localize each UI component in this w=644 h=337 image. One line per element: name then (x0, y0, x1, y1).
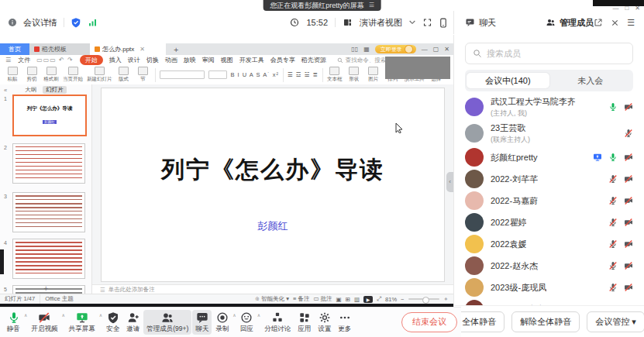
fullscreen-icon[interactable] (422, 18, 432, 27)
paragraph-buttons[interactable]: ☰ ☲ ☱ ≣ (288, 71, 319, 78)
wps-menu-切换[interactable]: 切换 (146, 56, 159, 64)
toolbar-record-button[interactable]: 录制 (212, 310, 232, 335)
beautify-button[interactable]: ⊙ 智能美化 ▾ (255, 295, 289, 303)
notes-button[interactable]: ≡ 备注 (293, 295, 309, 303)
mic-muted-icon[interactable] (608, 196, 618, 205)
close-panel-icon[interactable] (611, 19, 619, 27)
popout-icon[interactable] (594, 18, 603, 27)
meeting-details-link[interactable]: 会议详情 (23, 17, 57, 29)
tab-chat[interactable]: 聊天 (465, 17, 496, 29)
ribbon-group-形状[interactable]: 形状 (346, 67, 362, 83)
meeting-control-button[interactable]: 会议管控 ▾ (587, 311, 644, 332)
view-sorter-icon[interactable]: ⊞ (346, 296, 350, 303)
ribbon-group-图片[interactable]: 图片 (366, 67, 381, 83)
zoom-out-button[interactable]: − (401, 296, 404, 303)
comments-button[interactable]: ▭ 批注 (313, 295, 332, 303)
font-name-box[interactable] (160, 70, 205, 79)
cam-off-icon[interactable] (624, 153, 633, 162)
slide-thumbnail-3[interactable] (12, 192, 85, 232)
wps-menu-放映[interactable]: 放映 (184, 56, 196, 64)
security-shield-icon[interactable] (71, 17, 81, 28)
phone-mode-icon[interactable] (439, 18, 447, 28)
member-row[interactable]: 彭颜红pretty (454, 146, 644, 168)
end-meeting-button[interactable]: 结束会议 (401, 312, 457, 332)
toolbar-more-button[interactable]: 更多 (335, 310, 354, 335)
unmute-all-button[interactable]: 解除全体静音 (511, 311, 580, 332)
ribbon-group-文本框[interactable]: 文本框 (327, 67, 343, 83)
wps-tab-home[interactable]: 首页 (0, 43, 29, 55)
toolbar-screen-share-green-button[interactable]: 共享屏幕 (66, 310, 98, 335)
slide-thumbnail-4[interactable] (12, 239, 85, 279)
current-slide[interactable]: 列宁《怎么办》导读 彭颜红 (101, 88, 445, 282)
tab-close-icon[interactable]: ✕ (139, 46, 145, 53)
network-signal-icon[interactable] (88, 18, 98, 27)
mic-muted-icon[interactable] (608, 218, 618, 227)
member-row[interactable]: 2022-赵永杰 (454, 255, 644, 277)
wps-menu-开发工具[interactable]: 开发工具 (239, 56, 264, 64)
fit-icon[interactable]: ⤢ (377, 295, 381, 303)
wps-menu-视图[interactable]: 视图 (221, 56, 233, 64)
toolbar-members-button[interactable]: 管理成员(99+) (143, 310, 191, 335)
toolbar-invite-button[interactable]: 邀请 (123, 310, 143, 335)
wps-menu-插入[interactable]: 插入 (109, 56, 122, 64)
wps-close-button[interactable]: ✕ (444, 46, 449, 53)
caret-up-icon[interactable]: ∧ (61, 312, 64, 318)
mic-muted-icon[interactable] (608, 174, 618, 184)
font-size-box[interactable] (208, 70, 227, 79)
toolbar-shield-button[interactable]: 安全 (103, 310, 122, 335)
toolbar-apps-button[interactable]: 应用 (294, 310, 314, 335)
wps-file-menu[interactable]: 文件 (18, 56, 30, 64)
outline-tab[interactable]: 大纲 (25, 86, 36, 94)
member-row[interactable]: 2023级-庞现凤 (454, 277, 644, 298)
quick-access-icons[interactable]: ▭▭▭ ↶ ↷ (36, 57, 74, 64)
toolbar-breakout-button[interactable]: 分组讨论 (261, 310, 294, 335)
member-row[interactable]: 2022-马嘉蔚 (454, 190, 644, 211)
ribbon-group-粘贴[interactable]: 粘贴 (5, 67, 20, 83)
cam-off-icon[interactable] (624, 174, 633, 184)
member-search-input[interactable]: 搜索成员 (465, 43, 633, 64)
cam-off-icon[interactable] (624, 239, 633, 249)
caret-up-icon[interactable]: ∧ (257, 312, 260, 318)
ribbon-group-当页开始[interactable]: 当页开始 (63, 67, 83, 83)
zoom-slider-handle[interactable] (422, 297, 429, 304)
layout-view-icon[interactable] (343, 18, 353, 27)
wps-login-button[interactable]: 立即登录 (375, 45, 416, 53)
wps-maximize-button[interactable]: ▢ (433, 46, 439, 53)
slides-tab[interactable]: 幻灯片 (43, 86, 67, 94)
mic-muted-icon[interactable] (624, 129, 633, 138)
tab-manage-members[interactable]: 管理成员 (546, 17, 594, 29)
ribbon-group-剪切[interactable]: 剪切 (24, 67, 40, 83)
split-view-icon[interactable]: ▯▯ (351, 46, 358, 53)
caret-up-icon[interactable]: ∧ (24, 312, 27, 318)
wps-tab-docer[interactable]: 稻壳模板 (29, 43, 90, 55)
ribbon-group-新建幻灯片[interactable]: 新建幻灯片 (87, 67, 112, 83)
member-row[interactable]: 2022袁媛 (454, 233, 644, 255)
caret-up-icon[interactable]: ∧ (232, 312, 236, 318)
toolbar-camera-off-button[interactable]: 开启视频 (28, 310, 60, 335)
wps-menu-稻壳资源[interactable]: 稻壳资源 (301, 56, 326, 64)
mic-muted-icon[interactable] (608, 239, 618, 249)
grid-icon[interactable]: ▦ (363, 46, 370, 53)
member-row[interactable]: 23王芸歌(联席主持人) (454, 120, 644, 146)
ribbon-group-格式刷[interactable]: 格式刷 (43, 67, 59, 83)
banner-menu-icon[interactable]: ☰ (369, 0, 374, 11)
tab-not-joined[interactable]: 未入会 (549, 73, 632, 88)
member-row[interactable]: 武汉工程大学马院李齐(主持人, 我) (454, 94, 644, 120)
panel-collapse-handle[interactable]: ‹ (446, 172, 453, 192)
tab-in-meeting[interactable]: 会议中(140) (467, 73, 549, 88)
view-normal-icon[interactable]: ▣ (336, 296, 342, 303)
cam-off-icon[interactable] (624, 218, 633, 227)
cam-off-icon[interactable] (624, 283, 633, 292)
zoom-in-button[interactable]: ＋ (443, 295, 449, 303)
wps-menu-开始[interactable]: 开始 (80, 55, 103, 65)
wps-minimize-button[interactable]: — (422, 46, 428, 53)
ribbon-group-版式[interactable]: 版式 (116, 67, 132, 83)
mute-all-button[interactable]: 全体静音 (453, 311, 505, 332)
screen-share-icon[interactable] (593, 153, 602, 162)
wps-menu-审阅[interactable]: 审阅 (202, 56, 215, 64)
new-tab-button[interactable]: ＋ (166, 43, 186, 55)
toolbar-mic-button[interactable]: 静音 (4, 310, 23, 335)
ribbon-group-节[interactable]: 节 (136, 67, 151, 83)
mic-muted-icon[interactable] (608, 283, 618, 292)
member-row[interactable]: 2022-刘芊芊 (454, 168, 644, 190)
